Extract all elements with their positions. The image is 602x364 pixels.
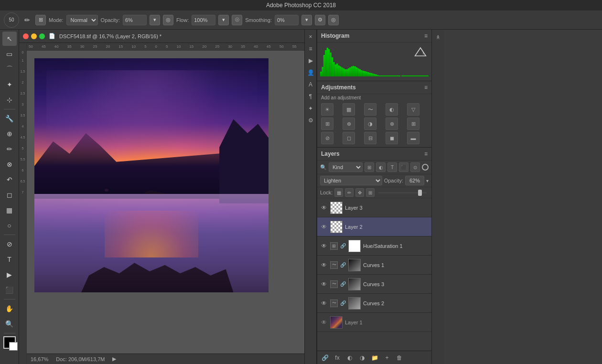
layers-menu-btn[interactable]: ≡ <box>424 150 428 157</box>
lock-opacity-slider[interactable] <box>378 192 427 193</box>
opacity-input[interactable] <box>123 15 147 25</box>
invert-btn[interactable]: ◻ <box>343 132 355 144</box>
exposure-btn[interactable]: ◐ <box>386 103 398 116</box>
gradient-map-btn[interactable]: ▬ <box>407 132 419 144</box>
angle-btn[interactable]: ◎ <box>328 15 339 25</box>
canvas-content[interactable] <box>27 51 304 353</box>
new-group-btn[interactable]: 📁 <box>370 353 379 363</box>
close-button[interactable] <box>23 33 29 39</box>
mid-btn-8[interactable]: ⚙ <box>305 115 316 126</box>
lock-position-btn[interactable]: ✥ <box>355 188 364 197</box>
lasso-tool[interactable]: ⌒ <box>2 62 17 76</box>
layer-item[interactable]: 👁 Layer 2 <box>317 217 431 236</box>
opacity-input[interactable] <box>405 176 424 185</box>
lock-image-btn[interactable]: ✏ <box>345 188 354 197</box>
history-brush-tool[interactable]: ↶ <box>2 172 17 187</box>
brush-tool-icon[interactable]: ✏ <box>22 15 32 25</box>
new-layer-btn[interactable]: + <box>382 353 392 363</box>
flow-input[interactable] <box>192 15 215 25</box>
add-mask-btn[interactable]: ◐ <box>345 353 355 363</box>
panels-toggle-btn[interactable]: ≪ <box>433 32 443 42</box>
brightness-contrast-btn[interactable]: ☀ <box>321 103 333 116</box>
layer-item[interactable]: 👁 Layer 1 <box>317 313 431 332</box>
lock-transparent-btn[interactable]: ▦ <box>334 188 343 197</box>
link-layers-btn[interactable]: 🔗 <box>320 353 330 363</box>
lock-artboard-btn[interactable]: ⊞ <box>366 188 375 197</box>
color-balance-btn[interactable]: ⊕ <box>343 118 355 130</box>
hand-tool[interactable]: ✋ <box>2 301 17 316</box>
filter-toggle[interactable] <box>422 164 429 171</box>
mid-btn-7[interactable]: ✦ <box>305 103 316 114</box>
filter-text-btn[interactable]: T <box>387 162 397 172</box>
magic-wand-tool[interactable]: ✦ <box>2 77 17 92</box>
levels-btn[interactable]: ▦ <box>343 103 355 116</box>
filter-pixel-btn[interactable]: ⊞ <box>365 162 374 172</box>
bw-btn[interactable]: ◑ <box>364 118 376 130</box>
layer-item[interactable]: 👁 Layer 3 <box>317 198 431 217</box>
opacity-arrow-btn[interactable]: ▾ <box>150 15 160 25</box>
eyedropper-tool[interactable]: 🔧 <box>2 111 17 126</box>
mid-btn-2[interactable]: ≡ <box>305 43 316 54</box>
delete-layer-btn[interactable]: 🗑 <box>395 353 404 363</box>
mode-select[interactable]: Normal <box>66 15 98 25</box>
layers-list[interactable]: 👁 Layer 3 👁 Layer 2 👁 ⊞ 🔗 <box>317 198 431 351</box>
layer-visibility-toggle[interactable]: 👁 <box>320 319 328 326</box>
layer-visibility-toggle[interactable]: 👁 <box>320 224 328 230</box>
maximize-button[interactable] <box>39 33 45 39</box>
background-color[interactable] <box>9 342 18 351</box>
curves-btn[interactable]: 〜 <box>364 103 376 116</box>
clone-tool[interactable]: ⊗ <box>2 157 17 171</box>
hue-sat-btn[interactable]: ⊞ <box>321 118 333 130</box>
opacity-arrow[interactable]: ▾ <box>426 178 429 183</box>
minimize-button[interactable] <box>31 33 37 39</box>
mid-btn-6[interactable]: ¶ <box>305 91 316 102</box>
photo-filter-btn[interactable]: ⊗ <box>386 118 398 130</box>
shape-tool[interactable]: ⬛ <box>2 283 17 297</box>
channel-mixer-btn[interactable]: ⊞ <box>407 118 419 130</box>
add-fx-btn[interactable]: fx <box>333 353 342 363</box>
layer-item[interactable]: 👁 ⊞ 🔗 Hue/Saturation 1 <box>317 236 431 256</box>
healing-tool[interactable]: ⊕ <box>2 127 17 141</box>
adjustments-menu-btn[interactable]: ≡ <box>424 84 428 91</box>
color-lookup-btn[interactable]: ⊘ <box>321 132 333 144</box>
threshold-btn[interactable]: ◼ <box>386 132 398 144</box>
more-info-btn[interactable]: ▶ <box>112 356 116 362</box>
filter-smart-btn[interactable]: ⊙ <box>410 162 420 172</box>
mid-btn-5[interactable]: A <box>305 79 316 90</box>
layer-item[interactable]: 👁 〜 🔗 Curves 3 <box>317 275 431 294</box>
airbrush-btn[interactable]: ⦾ <box>232 15 242 25</box>
gradient-tool[interactable]: ▦ <box>2 203 17 217</box>
eraser-tool[interactable]: ◻ <box>2 188 17 202</box>
zoom-tool[interactable]: 🔍 <box>2 317 17 331</box>
posterize-btn[interactable]: ⊟ <box>364 132 376 144</box>
layer-item[interactable]: 👁 〜 🔗 Curves 1 <box>317 256 431 275</box>
move-tool[interactable]: ↖ <box>2 32 17 46</box>
filter-kind-select[interactable]: Kind <box>329 162 363 172</box>
mid-btn-3[interactable]: ▶ <box>305 55 316 66</box>
pen-tool[interactable]: ⊘ <box>2 237 17 251</box>
vibrance-btn[interactable]: ▽ <box>407 103 419 116</box>
layer-item[interactable]: 👁 〜 🔗 Curves 2 <box>317 294 431 313</box>
brush-tool[interactable]: ✏ <box>2 142 17 156</box>
layer-visibility-toggle[interactable]: 👁 <box>320 300 328 307</box>
filter-shape-btn[interactable]: ⬛ <box>399 162 408 172</box>
layer-visibility-toggle[interactable]: 👁 <box>320 281 328 288</box>
flow-arrow-btn[interactable]: ▾ <box>218 15 229 25</box>
crop-tool[interactable]: ⊹ <box>2 93 17 107</box>
always-use-pressure-btn[interactable]: ◎ <box>163 15 173 25</box>
smoothing-arrow-btn[interactable]: ▾ <box>301 15 312 25</box>
smoothing-input[interactable] <box>275 15 299 25</box>
foreground-color[interactable] <box>3 336 16 349</box>
brush-preset-btn[interactable]: ⊞ <box>35 15 46 25</box>
path-selection-tool[interactable]: ▶ <box>2 268 17 282</box>
marquee-tool[interactable]: ▭ <box>2 47 17 61</box>
layer-visibility-toggle[interactable]: 👁 <box>320 243 328 249</box>
histogram-menu-btn[interactable]: ≡ <box>424 32 428 39</box>
expand-collapse-btn[interactable]: × <box>305 32 316 42</box>
layer-visibility-toggle[interactable]: 👁 <box>320 204 328 211</box>
text-tool[interactable]: T <box>2 252 17 267</box>
filter-adj-btn[interactable]: ◐ <box>376 162 386 172</box>
settings-btn[interactable]: ⚙ <box>315 15 325 25</box>
mid-btn-4[interactable]: 👤 <box>305 67 316 78</box>
blend-mode-select[interactable]: Lighten <box>320 176 382 185</box>
